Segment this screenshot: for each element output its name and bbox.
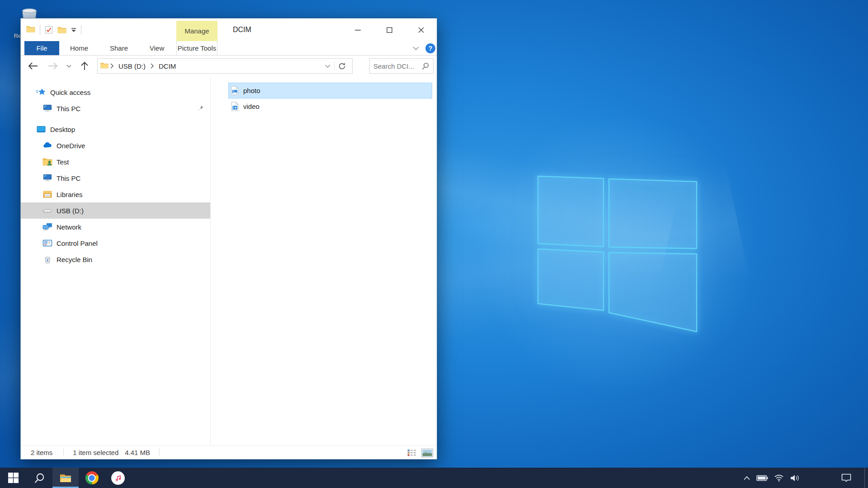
breadcrumb-dcim[interactable]: DCIM (156, 62, 179, 70)
toolbar-separator (40, 25, 40, 35)
taskbar-search-button[interactable] (26, 468, 52, 488)
control-panel-icon (42, 239, 53, 248)
sidebar-item-label: Network (57, 223, 81, 231)
file-row-photo[interactable]: photo (228, 83, 432, 99)
recycle-bin-icon (42, 255, 53, 264)
hidden-icons-chevron-button[interactable] (741, 468, 752, 488)
sidebar-item-label: OneDrive (57, 142, 85, 150)
back-arrow-icon (28, 62, 38, 70)
minimize-button[interactable] (342, 19, 373, 41)
show-desktop-button[interactable] (864, 468, 865, 488)
quick-access-toolbar (26, 19, 81, 41)
libraries-icon (42, 190, 53, 199)
taskbar (0, 468, 868, 488)
tab-home[interactable]: Home (59, 41, 99, 55)
itunes-icon (111, 471, 125, 485)
back-button[interactable] (27, 62, 39, 70)
thumbnail-view-icon (421, 449, 433, 457)
windows-start-icon (8, 472, 19, 483)
tab-file[interactable]: File (24, 41, 59, 55)
help-button[interactable]: ? (425, 43, 435, 53)
properties-button[interactable] (45, 26, 53, 34)
chrome-icon (85, 471, 99, 484)
video-file-icon (231, 102, 239, 111)
title-bar[interactable]: Manage DCIM (21, 19, 437, 41)
search-container (369, 58, 434, 74)
sidebar-item-label: Test (57, 158, 69, 166)
recent-locations-button[interactable] (65, 65, 73, 68)
customize-toolbar-chevron-icon (71, 28, 76, 33)
speaker-icon (790, 474, 801, 482)
navigation-pane: Quick access This PC Desktop (21, 77, 211, 445)
tab-view[interactable]: View (139, 41, 175, 55)
sidebar-item-this-pc-pinned[interactable]: This PC (21, 100, 210, 117)
file-name: photo (243, 87, 260, 94)
search-icon[interactable] (422, 62, 429, 70)
toolbar-separator (81, 25, 81, 35)
file-explorer-icon (59, 473, 72, 483)
tray-wifi-button[interactable] (774, 468, 784, 488)
breadcrumb-usb-d[interactable]: USB (D:) (115, 62, 149, 70)
sidebar-item-quick-access[interactable]: Quick access (21, 84, 210, 100)
sidebar-item-recycle-bin[interactable]: Recycle Bin (21, 251, 210, 267)
minimize-icon (355, 27, 361, 33)
forward-button[interactable] (47, 62, 59, 70)
tab-picture-tools[interactable]: Picture Tools (176, 41, 217, 55)
close-button[interactable] (405, 19, 437, 41)
status-selection: 1 item selected (73, 449, 118, 456)
contextual-tab-group-manage[interactable]: Manage (176, 21, 217, 41)
quick-access-star-icon (36, 88, 47, 97)
chevron-down-icon (413, 47, 419, 50)
monitor-icon (42, 104, 53, 113)
ribbon-tab-bar: File Home Share View Picture Tools ? (21, 41, 437, 56)
sidebar-item-label: Desktop (50, 126, 75, 133)
up-button[interactable] (78, 61, 91, 70)
sidebar-item-libraries[interactable]: Libraries (21, 186, 210, 202)
chevron-down-icon (325, 65, 330, 68)
chevron-up-icon (743, 476, 750, 480)
start-button[interactable] (0, 468, 26, 488)
expand-ribbon-button[interactable] (410, 41, 421, 55)
sidebar-item-desktop[interactable]: Desktop (21, 121, 210, 137)
action-center-button[interactable] (840, 468, 853, 488)
search-input[interactable] (373, 62, 422, 70)
new-folder-button[interactable] (57, 26, 66, 33)
sidebar-item-control-panel[interactable]: Control Panel (21, 235, 210, 251)
taskbar-itunes-button[interactable] (105, 468, 131, 488)
status-separator (63, 449, 64, 456)
forward-arrow-icon (48, 62, 58, 70)
sidebar-item-label: Control Panel (57, 239, 98, 247)
wifi-icon (774, 474, 784, 482)
maximize-icon (387, 27, 392, 33)
large-icons-view-button[interactable] (420, 447, 434, 458)
file-list[interactable]: photo video (211, 77, 437, 445)
main-content: Quick access This PC Desktop (21, 77, 437, 445)
details-view-button[interactable] (405, 447, 419, 458)
battery-icon (756, 474, 768, 482)
refresh-button[interactable] (335, 62, 349, 70)
sidebar-item-usb-d[interactable]: USB (D:) (21, 202, 210, 219)
file-row-video[interactable]: video (228, 99, 432, 114)
breadcrumb-chevron-icon (149, 63, 156, 69)
sidebar-item-this-pc[interactable]: This PC (21, 170, 210, 186)
image-file-icon (231, 86, 239, 95)
address-bar[interactable]: USB (D:) DCIM (97, 58, 353, 74)
sidebar-item-onedrive[interactable]: OneDrive (21, 137, 210, 154)
customize-quick-access-button[interactable] (71, 28, 76, 33)
app-folder-icon (26, 25, 35, 34)
sidebar-item-label: USB (D:) (57, 207, 84, 215)
address-history-dropdown[interactable] (321, 63, 334, 70)
usb-drive-icon (42, 206, 53, 215)
tray-volume-button[interactable] (789, 468, 802, 488)
refresh-icon (338, 62, 346, 70)
sidebar-item-network[interactable]: Network (21, 219, 210, 235)
tray-battery-button[interactable] (756, 468, 769, 488)
window-title: DCIM (233, 19, 251, 41)
taskbar-chrome-button[interactable] (79, 468, 105, 488)
sidebar-item-test[interactable]: Test (21, 154, 210, 170)
sidebar-item-label: Quick access (50, 89, 90, 96)
maximize-button[interactable] (373, 19, 405, 41)
tab-share[interactable]: Share (99, 41, 139, 55)
taskbar-file-explorer-button[interactable] (52, 468, 79, 488)
chevron-down-icon (66, 65, 71, 68)
